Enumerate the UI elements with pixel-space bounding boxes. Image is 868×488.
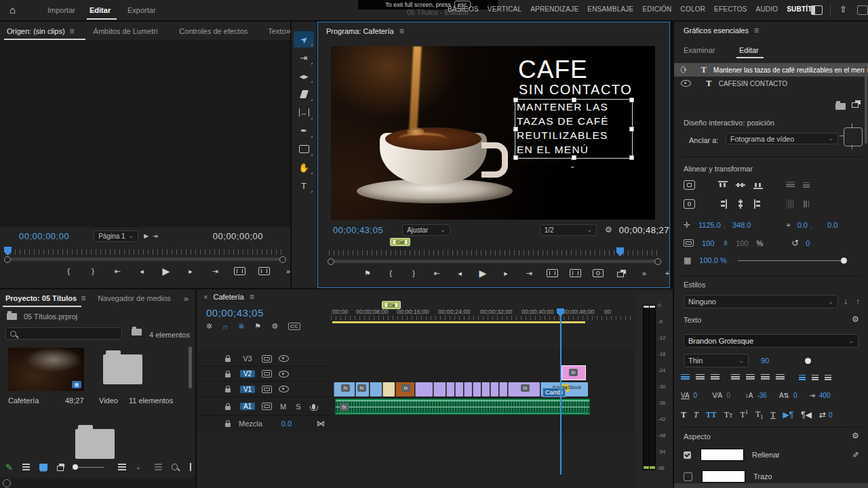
- timeline-menu-icon[interactable]: ≡: [250, 292, 254, 302]
- track-output-icon[interactable]: [262, 355, 272, 363]
- insert-icon[interactable]: [232, 266, 247, 277]
- marker-icon[interactable]: ⚑: [360, 268, 375, 279]
- lock-icon[interactable]: [225, 423, 231, 427]
- freeform-view-icon[interactable]: [57, 464, 64, 471]
- go-to-out-icon[interactable]: ⇥: [208, 266, 222, 277]
- timeline-clip[interactable]: [499, 382, 507, 396]
- rotation-value[interactable]: 0: [806, 239, 810, 247]
- workspace-edición[interactable]: EDICIÓN: [642, 5, 671, 13]
- timeline-clip[interactable]: fx: [334, 382, 355, 396]
- pen-tool[interactable]: ✒: [294, 123, 314, 139]
- align-vcenter-icon[interactable]: [736, 181, 745, 189]
- go-to-in-icon[interactable]: ⇤: [429, 268, 444, 279]
- align-to-frame-icon[interactable]: [684, 180, 695, 190]
- menu-editar[interactable]: Editar: [90, 6, 111, 14]
- slip-tool[interactable]: ↔: [294, 104, 314, 121]
- project-menu-icon[interactable]: ≡: [81, 293, 85, 303]
- source-playhead[interactable]: [4, 247, 12, 256]
- rtl-paragraph-icon[interactable]: ▶¶: [783, 410, 794, 420]
- window-controls-icon[interactable]: [857, 5, 868, 15]
- resize-handle[interactable]: [629, 98, 634, 102]
- timeline-clip[interactable]: fx: [355, 382, 369, 396]
- workspace-efectos[interactable]: EFECTOS: [714, 5, 747, 13]
- project-item-folder[interactable]: [75, 429, 115, 459]
- tab-programa[interactable]: Programa: Cafetería: [326, 27, 394, 35]
- ltr-paragraph-icon[interactable]: ¶◀: [801, 410, 812, 420]
- go-to-out-icon[interactable]: ⇥: [521, 268, 536, 279]
- v2-graphic-clip-selected[interactable]: fx: [561, 365, 586, 380]
- style-up-icon[interactable]: ↑: [856, 297, 860, 306]
- go-to-in-icon[interactable]: ⇤: [110, 266, 125, 277]
- eg-bottom-scrollbar[interactable]: [674, 483, 868, 488]
- responsive-anchor-widget[interactable]: [844, 127, 863, 146]
- align-text-right-icon[interactable]: [711, 374, 719, 381]
- lock-icon[interactable]: [225, 373, 231, 378]
- sort-chevron-icon[interactable]: ⌄: [136, 464, 141, 470]
- lift-icon[interactable]: [545, 268, 559, 279]
- tab-texto[interactable]: Texto: [268, 27, 285, 35]
- program-menu-icon[interactable]: ≡: [399, 26, 404, 36]
- list-view-icon[interactable]: [22, 464, 30, 470]
- ripple-edit-tool[interactable]: ◂▸: [294, 68, 314, 84]
- rectangle-tool[interactable]: [294, 141, 314, 157]
- opacity-value[interactable]: 100.0 %: [699, 256, 726, 264]
- step-forward-icon[interactable]: ▸: [498, 268, 513, 279]
- program-drag-clip-chip[interactable]: Caf: [390, 238, 410, 246]
- stroke-color-swatch[interactable]: [702, 470, 745, 483]
- item-name[interactable]: Cafetería: [8, 396, 39, 405]
- track-output-icon[interactable]: [262, 403, 272, 410]
- timeline-clip[interactable]: fx: [395, 382, 414, 396]
- justify-last-center-icon[interactable]: [746, 374, 755, 381]
- home-icon[interactable]: ⌂: [9, 4, 16, 16]
- fill-color-swatch[interactable]: [701, 449, 744, 461]
- track-label-v2[interactable]: V2: [240, 370, 255, 378]
- distribute-v2-icon[interactable]: [803, 182, 810, 188]
- export-frame-icon[interactable]: [591, 268, 606, 279]
- out-point-icon[interactable]: }: [85, 266, 100, 277]
- link-scale-icon[interactable]: ∞: [722, 241, 730, 246]
- project-file-row[interactable]: 05 Títulos.prproj: [7, 312, 77, 321]
- underline-icon[interactable]: T: [770, 410, 775, 420]
- timeline-ruler[interactable]: ;00;0000;00;08;0000;00;16;0000;00;24;000…: [331, 308, 634, 320]
- eyedropper-icon[interactable]: ✎: [850, 451, 860, 458]
- timeline-clip[interactable]: [382, 382, 395, 396]
- extract-icon[interactable]: [568, 268, 583, 279]
- a1-audio-clip[interactable]: fx: [335, 399, 590, 415]
- project-vertical-scrollbar[interactable]: [189, 346, 192, 388]
- workspace-panel-icon[interactable]: [811, 5, 823, 15]
- compare-view-icon[interactable]: [614, 268, 629, 279]
- resize-handle[interactable]: [513, 127, 518, 131]
- timeline-timecode[interactable]: 00;00;43;05: [206, 307, 264, 319]
- justify-last-left-icon[interactable]: [731, 374, 740, 381]
- linked-selection-icon[interactable]: ※: [238, 322, 244, 331]
- project-item-sequence[interactable]: ▦: [8, 348, 84, 391]
- captions-icon[interactable]: CC: [288, 323, 300, 330]
- program-video[interactable]: CAFE SIN CONTACTO MANTENER LAS TAZAS DE …: [331, 46, 655, 220]
- anchor-to-select[interactable]: Fotograma de vídeo⌄: [726, 133, 838, 144]
- align-right-icon[interactable]: [754, 199, 762, 209]
- layer-label[interactable]: Mantener las tazas de café reutilizables…: [713, 66, 868, 74]
- selection-tool[interactable]: ➤: [294, 31, 314, 47]
- find-icon[interactable]: [172, 464, 178, 470]
- resize-handle[interactable]: [513, 155, 518, 160]
- source-scrollbar[interactable]: [5, 258, 285, 261]
- selected-text-block[interactable]: MANTENER LAS TAZAS DE CAFÉ REUTILIZABLES…: [515, 100, 632, 158]
- fill-checkbox[interactable]: [684, 451, 691, 459]
- track-eye-icon[interactable]: [279, 371, 289, 378]
- wrench-icon[interactable]: ⚙: [271, 322, 278, 331]
- move-gizmo-icon[interactable]: ⌃⌄: [570, 159, 575, 168]
- track-label-v1[interactable]: V1: [240, 386, 255, 393]
- sort-icon[interactable]: [118, 464, 125, 470]
- tab-controles-efectos[interactable]: Controles de efectos: [179, 27, 248, 35]
- nest-icon[interactable]: ✲: [206, 322, 212, 331]
- align-top-icon[interactable]: [718, 181, 728, 189]
- tab-origen[interactable]: Origen: (sin clips): [7, 27, 65, 35]
- timeline-drag-clip-chip[interactable]: Ca: [382, 301, 401, 309]
- new-folder-icon[interactable]: [835, 103, 846, 110]
- resize-handle[interactable]: [629, 127, 634, 131]
- project-search-input[interactable]: [5, 327, 122, 340]
- leading-value[interactable]: -36: [757, 392, 766, 399]
- text-extra-icon[interactable]: ⇄0: [819, 410, 833, 420]
- workspace-subtít[interactable]: SUBTÍT: [787, 5, 812, 13]
- font-style-select[interactable]: Thin⌄: [684, 354, 749, 367]
